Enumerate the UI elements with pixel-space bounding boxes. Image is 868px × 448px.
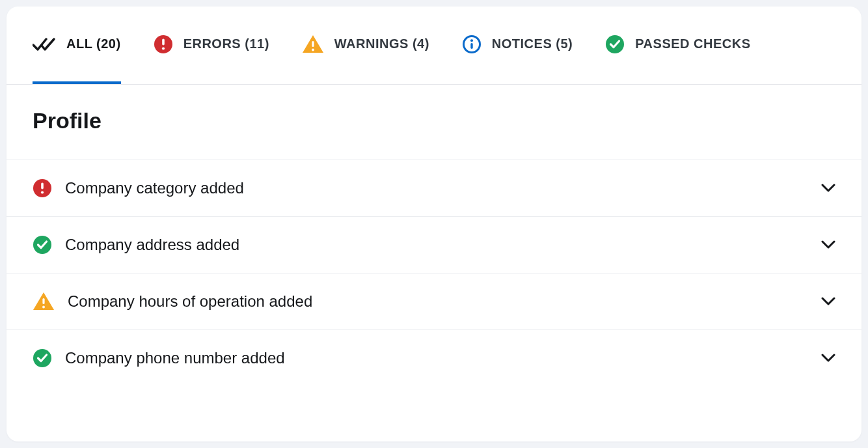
- svg-rect-10: [41, 183, 44, 189]
- error-icon: [33, 178, 52, 198]
- svg-point-6: [470, 39, 473, 42]
- check-row-company-phone[interactable]: Company phone number added: [7, 329, 861, 386]
- check-circle-icon: [33, 235, 52, 255]
- svg-point-11: [41, 191, 44, 193]
- double-check-icon: [33, 37, 56, 51]
- check-row-left: Company phone number added: [33, 348, 285, 368]
- warning-icon: [33, 292, 55, 311]
- svg-rect-3: [312, 41, 314, 47]
- tab-notices-label: NOTICES (5): [492, 36, 573, 51]
- check-row-left: Company hours of operation added: [33, 292, 312, 311]
- svg-point-4: [312, 48, 314, 51]
- section-title: Profile: [7, 85, 861, 160]
- check-row-company-address[interactable]: Company address added: [7, 216, 861, 273]
- check-row-company-hours[interactable]: Company hours of operation added: [7, 273, 861, 329]
- chevron-down-icon: [821, 184, 835, 193]
- check-row-label: Company hours of operation added: [68, 292, 312, 311]
- check-circle-icon: [33, 348, 52, 368]
- chevron-down-icon: [821, 240, 835, 249]
- tab-notices[interactable]: NOTICES (5): [462, 7, 573, 84]
- tab-errors[interactable]: ERRORS (11): [154, 7, 269, 84]
- chevron-down-icon: [821, 354, 835, 363]
- tab-warnings-label: WARNINGS (4): [334, 36, 429, 51]
- info-icon: [462, 35, 481, 54]
- error-icon: [154, 35, 173, 54]
- check-row-left: Company address added: [33, 235, 239, 255]
- check-row-label: Company phone number added: [65, 349, 285, 367]
- check-circle-icon: [605, 35, 625, 54]
- svg-point-2: [162, 47, 165, 49]
- tab-warnings[interactable]: WARNINGS (4): [302, 7, 429, 84]
- check-row-left: Company category added: [33, 178, 244, 198]
- svg-point-14: [42, 306, 45, 309]
- tab-passed[interactable]: PASSED CHECKS: [605, 7, 750, 84]
- tab-errors-label: ERRORS (11): [183, 36, 269, 51]
- check-row-label: Company category added: [65, 179, 244, 197]
- tab-passed-label: PASSED CHECKS: [635, 36, 750, 51]
- svg-rect-1: [162, 38, 165, 45]
- check-row-label: Company address added: [65, 236, 239, 254]
- tab-all[interactable]: ALL (20): [33, 7, 121, 84]
- svg-rect-13: [42, 298, 44, 304]
- svg-rect-7: [470, 43, 472, 49]
- tabs-bar: ALL (20) ERRORS (11) WARNINGS (4): [7, 7, 861, 85]
- check-row-company-category[interactable]: Company category added: [7, 160, 861, 216]
- warning-icon: [302, 35, 324, 54]
- results-card: ALL (20) ERRORS (11) WARNINGS (4): [7, 7, 861, 441]
- tab-all-label: ALL (20): [66, 36, 121, 51]
- section-profile: Profile Company category added: [7, 85, 861, 386]
- chevron-down-icon: [821, 297, 835, 306]
